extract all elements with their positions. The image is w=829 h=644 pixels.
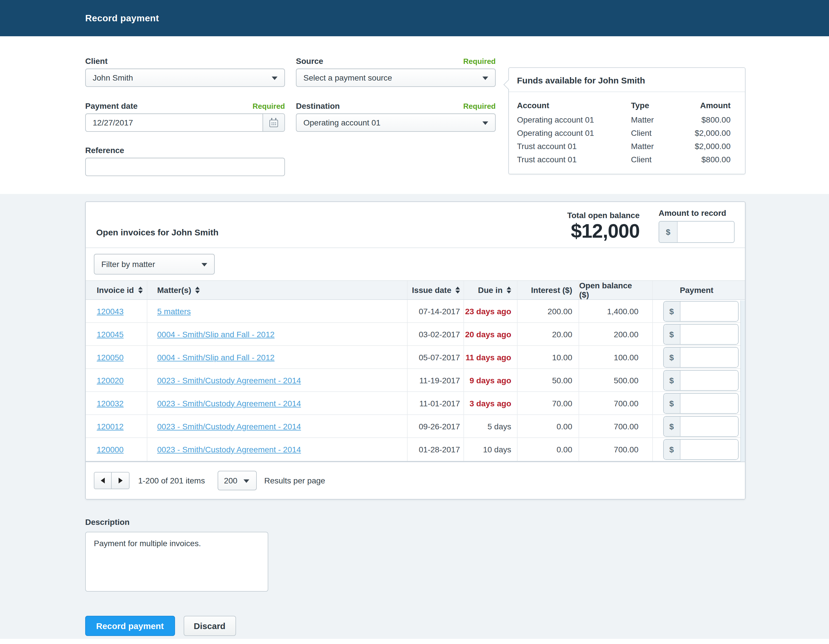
matter-link[interactable]: 0023 - Smith/Custody Agreement - 2014 bbox=[157, 445, 301, 454]
matter-link[interactable]: 0004 - Smith/Slip and Fall - 2012 bbox=[157, 353, 274, 362]
invoices-table-header: Invoice id Matter(s) Issue date Due in bbox=[86, 280, 745, 300]
matter-link[interactable]: 0023 - Smith/Custody Agreement - 2014 bbox=[157, 398, 301, 408]
client-select[interactable]: John Smith bbox=[85, 68, 285, 87]
invoice-id-link[interactable]: 120050 bbox=[97, 353, 123, 362]
matter-link[interactable]: 5 matters bbox=[157, 307, 191, 316]
description-field-group: Description Payment for multiple invoice… bbox=[85, 517, 829, 594]
matter-link[interactable]: 0004 - Smith/Slip and Fall - 2012 bbox=[157, 329, 274, 339]
funds-account: Operating account 01 bbox=[517, 127, 631, 140]
currency-prefix: $ bbox=[664, 416, 680, 436]
payment-input[interactable] bbox=[680, 416, 738, 436]
funds-table-header: Account Type Amount bbox=[517, 99, 731, 112]
table-scrollbar[interactable] bbox=[740, 301, 745, 461]
payment-input[interactable] bbox=[680, 324, 738, 344]
previous-page-button[interactable] bbox=[94, 472, 112, 489]
total-open-balance-value: $12,000 bbox=[567, 220, 640, 242]
filter-by-matter-value: Filter by matter bbox=[101, 260, 155, 269]
source-required-badge: Required bbox=[463, 57, 496, 66]
chevron-down-icon bbox=[244, 479, 249, 483]
filter-by-matter-select[interactable]: Filter by matter bbox=[94, 254, 215, 274]
funds-row: Trust account 01 Matter $2,000.00 bbox=[517, 140, 731, 153]
payment-input[interactable] bbox=[680, 301, 738, 321]
issue-date-value: 09-26-2017 bbox=[407, 415, 463, 438]
payment-input[interactable] bbox=[680, 347, 738, 367]
next-page-button[interactable] bbox=[112, 472, 129, 489]
funds-row: Trust account 01 Client $800.00 bbox=[517, 153, 731, 166]
total-open-balance: Total open balance $12,000 bbox=[567, 211, 640, 242]
client-label: Client bbox=[85, 57, 108, 66]
payment-input[interactable] bbox=[680, 394, 738, 413]
source-select[interactable]: Select a payment source bbox=[296, 68, 496, 87]
sort-icon bbox=[138, 287, 142, 293]
issue-date-value: 01-28-2017 bbox=[407, 438, 463, 461]
open-balance-value: 500.00 bbox=[578, 369, 652, 391]
bottom-strip bbox=[0, 639, 829, 644]
reference-label: Reference bbox=[85, 146, 124, 155]
payment-input-group: $ bbox=[663, 393, 738, 414]
matter-link[interactable]: 0023 - Smith/Custody Agreement - 2014 bbox=[157, 376, 301, 385]
reference-field-group: Reference bbox=[85, 146, 285, 176]
destination-required-badge: Required bbox=[463, 102, 496, 110]
column-header-due-in[interactable]: Due in bbox=[463, 281, 517, 299]
invoice-id-link[interactable]: 120000 bbox=[97, 445, 123, 454]
discard-button[interactable]: Discard bbox=[183, 616, 236, 636]
invoice-id-link[interactable]: 120032 bbox=[97, 398, 123, 408]
column-header-matters[interactable]: Matter(s) bbox=[147, 281, 407, 299]
invoice-id-link[interactable]: 120043 bbox=[97, 307, 123, 316]
payment-date-label: Payment date bbox=[85, 101, 137, 110]
funds-available-panel: Funds available for John Smith Account T… bbox=[508, 67, 745, 175]
payment-input[interactable] bbox=[680, 440, 738, 459]
results-per-page-select[interactable]: 200 bbox=[217, 471, 257, 490]
interest-value: 10.00 bbox=[517, 346, 578, 368]
payment-form: Client John Smith Source Required Select… bbox=[0, 36, 829, 194]
invoice-id-link[interactable]: 120012 bbox=[97, 422, 123, 431]
invoice-row: 120032 0023 - Smith/Custody Agreement - … bbox=[86, 392, 745, 415]
funds-account: Operating account 01 bbox=[517, 113, 631, 127]
invoice-id-link[interactable]: 120045 bbox=[97, 329, 123, 339]
funds-col-type: Type bbox=[631, 99, 700, 112]
funds-amount: $2,000.00 bbox=[695, 127, 731, 140]
interest-value: 20.00 bbox=[517, 323, 578, 345]
issue-date-value: 03-02-2017 bbox=[407, 323, 463, 345]
payment-date-required-badge: Required bbox=[252, 102, 285, 110]
invoices-table-body: 120043 5 matters 07-14-2017 23 days ago … bbox=[86, 300, 745, 461]
interest-value: 70.00 bbox=[517, 392, 578, 414]
issue-date-value: 07-14-2017 bbox=[407, 300, 463, 322]
payment-date-input[interactable]: 12/27/2017 bbox=[85, 113, 285, 132]
matter-link[interactable]: 0023 - Smith/Custody Agreement - 2014 bbox=[157, 422, 301, 431]
reference-input[interactable] bbox=[85, 158, 285, 176]
funds-amount: $800.00 bbox=[701, 113, 731, 127]
sort-icon bbox=[507, 287, 511, 293]
issue-date-value: 05-07-2017 bbox=[407, 346, 463, 368]
invoice-row: 120050 0004 - Smith/Slip and Fall - 2012… bbox=[86, 346, 745, 369]
record-payment-page: Record payment Client John Smith Source … bbox=[0, 0, 829, 644]
record-payment-button[interactable]: Record payment bbox=[85, 616, 175, 636]
invoices-section: Open invoices for John Smith Total open … bbox=[0, 194, 829, 639]
invoice-id-link[interactable]: 120020 bbox=[97, 376, 123, 385]
interest-value: 200.00 bbox=[517, 300, 578, 322]
client-field-group: Client John Smith bbox=[85, 57, 285, 87]
chevron-down-icon bbox=[272, 77, 277, 80]
column-header-issue-date[interactable]: Issue date bbox=[407, 281, 463, 299]
funds-panel-title: Funds available for John Smith bbox=[509, 68, 745, 92]
description-textarea[interactable]: Payment for multiple invoices. bbox=[85, 532, 268, 592]
payment-input[interactable] bbox=[680, 370, 738, 390]
amount-to-record-input[interactable] bbox=[678, 222, 734, 242]
open-balance-value: 700.00 bbox=[578, 438, 652, 461]
payment-date-field-group: Payment date Required 12/27/2017 bbox=[85, 101, 285, 132]
issue-date-value: 11-19-2017 bbox=[407, 369, 463, 391]
due-in-value: 9 days ago bbox=[470, 376, 511, 385]
calendar-icon bbox=[270, 120, 278, 127]
page-title: Record payment bbox=[85, 13, 159, 23]
funds-type: Matter bbox=[631, 113, 701, 127]
calendar-button[interactable] bbox=[263, 114, 284, 131]
destination-select[interactable]: Operating account 01 bbox=[296, 113, 496, 132]
payment-date-value: 12/27/2017 bbox=[86, 114, 263, 131]
payment-input-group: $ bbox=[663, 324, 738, 345]
column-header-invoice-id[interactable]: Invoice id bbox=[86, 281, 147, 299]
due-in-value: 3 days ago bbox=[470, 398, 511, 408]
funds-rows: Operating account 01 Matter $800.00 Oper… bbox=[517, 113, 731, 166]
source-field-group: Source Required Select a payment source bbox=[296, 57, 496, 87]
invoice-row: 120000 0023 - Smith/Custody Agreement - … bbox=[86, 438, 745, 461]
pagination-bar: 1-200 of 201 items 200 Results per page bbox=[86, 461, 745, 499]
